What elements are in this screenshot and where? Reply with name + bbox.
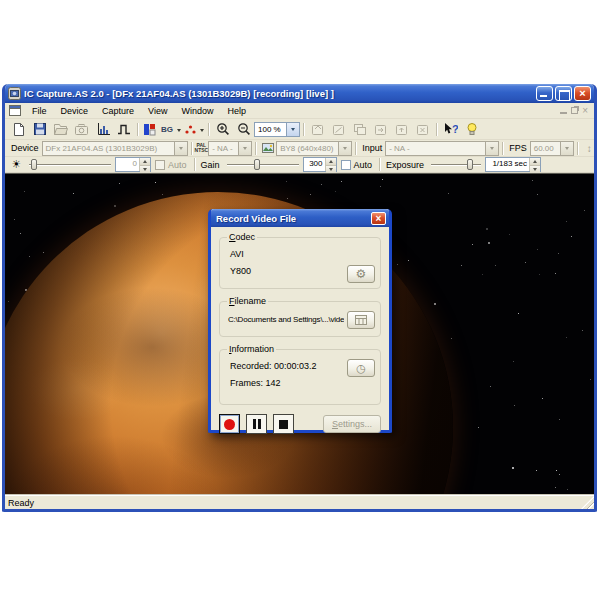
- pause-icon: [253, 419, 261, 429]
- video-format-combo[interactable]: BY8 (640x480): [276, 141, 352, 156]
- capture-tool-button-2[interactable]: [328, 120, 349, 139]
- settings-button[interactable]: Settings...: [323, 415, 381, 433]
- video-format-button[interactable]: [259, 139, 276, 158]
- toolbar-separator: [303, 123, 304, 136]
- codec-settings-button[interactable]: [347, 265, 375, 283]
- new-file-button[interactable]: [8, 120, 29, 139]
- gain-spinbox[interactable]: 300: [303, 157, 337, 172]
- zoom-level-value: 100 %: [255, 125, 286, 134]
- star: [518, 313, 519, 314]
- gain-auto-checkbox[interactable]: [341, 160, 351, 170]
- brightness-slider[interactable]: [29, 158, 111, 171]
- zoom-out-button[interactable]: [233, 120, 254, 139]
- capture-icon-c: [353, 123, 367, 136]
- fps-combo-arrow[interactable]: [560, 142, 573, 155]
- dialog-close-button[interactable]: [371, 212, 386, 225]
- video-format-value: BY8 (640x480): [277, 144, 338, 153]
- stop-button[interactable]: [273, 414, 294, 434]
- capture-tool-button-3[interactable]: [349, 120, 370, 139]
- zoom-in-button[interactable]: [212, 120, 233, 139]
- background-color-button[interactable]: [141, 120, 158, 139]
- video-format-combo-arrow[interactable]: [338, 142, 351, 155]
- record-video-dialog: Record Video File Codec AVI Y800 Filenam…: [208, 209, 392, 433]
- exposure-slider[interactable]: [431, 158, 481, 171]
- mdi-close-button[interactable]: ×: [582, 107, 588, 115]
- brightness-slider-thumb[interactable]: [31, 159, 37, 170]
- brightness-auto-group: Auto: [155, 160, 187, 170]
- exposure-slider-thumb[interactable]: [467, 159, 473, 170]
- mdi-minimize-button[interactable]: [560, 107, 567, 114]
- menu-window[interactable]: Window: [174, 105, 220, 117]
- main-toolbar: BG 100 %: [5, 119, 594, 140]
- flip-vertical-button[interactable]: ↕: [581, 139, 597, 158]
- star: [382, 179, 383, 180]
- context-help-button[interactable]: ?: [440, 120, 461, 139]
- gain-slider[interactable]: [227, 158, 299, 171]
- resize-grip[interactable]: [581, 496, 594, 509]
- open-file-button[interactable]: [50, 120, 71, 139]
- save-image-button[interactable]: [29, 120, 50, 139]
- maximize-button[interactable]: [555, 86, 572, 101]
- tip-of-day-button[interactable]: [461, 120, 482, 139]
- pause-button[interactable]: [246, 414, 267, 434]
- toolbar-separator: [194, 158, 195, 171]
- capture-tool-button-5[interactable]: [391, 120, 412, 139]
- minimize-button[interactable]: [536, 86, 553, 101]
- white-balance-button[interactable]: [182, 120, 199, 139]
- timer-button[interactable]: [347, 359, 375, 377]
- record-button[interactable]: [219, 414, 240, 434]
- star: [29, 256, 30, 257]
- bg-button-label[interactable]: BG: [158, 125, 176, 134]
- video-norm-combo[interactable]: - NA -: [208, 141, 252, 156]
- exposure-spin-arrows[interactable]: [529, 158, 540, 171]
- histogram-button[interactable]: [92, 120, 113, 139]
- snapshot-button[interactable]: [71, 120, 92, 139]
- star: [539, 274, 540, 275]
- capture-tool-button-6[interactable]: [412, 120, 433, 139]
- record-icon: [224, 419, 235, 430]
- input-combo-arrow[interactable]: [485, 142, 498, 155]
- brightness-button[interactable]: ☀: [8, 155, 25, 174]
- input-combo[interactable]: - NA -: [385, 141, 499, 156]
- toolbar-separator: [137, 123, 138, 136]
- toolbar-separator: [355, 142, 356, 155]
- toolbar-separator: [255, 142, 256, 155]
- gain-slider-thumb[interactable]: [254, 159, 260, 170]
- star: [434, 303, 436, 305]
- browse-button[interactable]: [347, 311, 375, 329]
- device-combo-arrow[interactable]: [174, 142, 187, 155]
- star: [584, 210, 585, 211]
- zoom-level-combo[interactable]: 100 %: [254, 122, 300, 137]
- star: [488, 242, 490, 244]
- capture-tool-button-4[interactable]: [370, 120, 391, 139]
- gain-spin-arrows[interactable]: [325, 158, 336, 171]
- fps-combo[interactable]: 60.00: [530, 141, 574, 156]
- star: [341, 181, 342, 182]
- histogram-icon: [96, 122, 110, 136]
- bg-dropdown-arrow[interactable]: [177, 129, 181, 134]
- menu-device[interactable]: Device: [54, 105, 96, 117]
- zoom-combo-arrow[interactable]: [286, 123, 299, 136]
- capture-tool-button-1[interactable]: [307, 120, 328, 139]
- close-button[interactable]: [574, 86, 591, 101]
- video-norm-combo-arrow[interactable]: [238, 142, 251, 155]
- menu-capture[interactable]: Capture: [95, 105, 141, 117]
- brightness-spin-arrows[interactable]: [139, 158, 150, 171]
- stop-icon: [279, 420, 288, 429]
- exposure-spinbox[interactable]: 1/183 sec: [485, 157, 541, 172]
- menu-view[interactable]: View: [141, 105, 174, 117]
- trigger-button[interactable]: [113, 120, 134, 139]
- device-combo[interactable]: DFx 21AF04.AS (1301B3029B): [42, 141, 188, 156]
- brightness-spinbox[interactable]: 0: [115, 157, 151, 172]
- dialog-titlebar[interactable]: Record Video File: [211, 209, 389, 227]
- menu-file[interactable]: File: [25, 105, 54, 117]
- brightness-auto-checkbox[interactable]: [155, 160, 165, 170]
- status-bar: Ready: [5, 495, 594, 509]
- sun-icon: ☀: [12, 158, 22, 171]
- menu-help[interactable]: Help: [220, 105, 253, 117]
- white-balance-dropdown-arrow[interactable]: [200, 129, 204, 134]
- star: [582, 330, 583, 331]
- star: [495, 265, 496, 266]
- star: [478, 427, 479, 428]
- mdi-restore-button[interactable]: [571, 107, 578, 114]
